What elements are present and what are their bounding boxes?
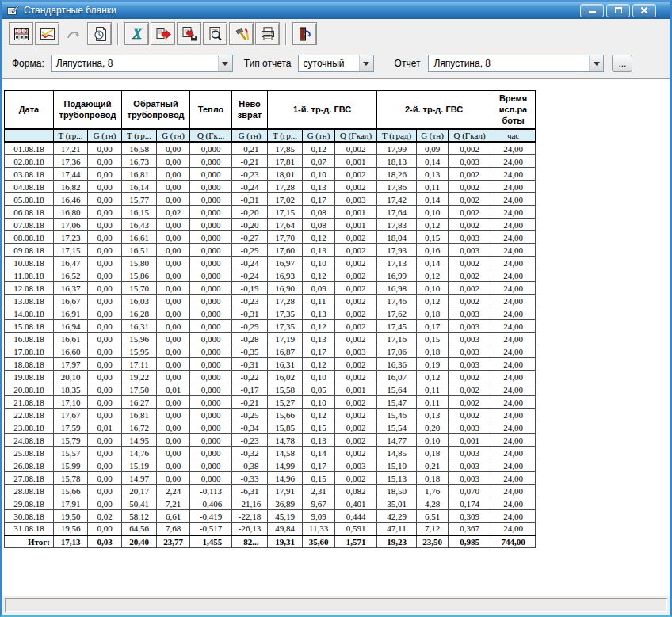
report-table: Дата Подающий трубопровод Обратный трубо… xyxy=(4,90,536,548)
table-row: 29.08.1817,910,0050,417,21-0,406-21,1636… xyxy=(5,497,536,510)
table-row: 03.08.1817,440,0016,810,000,000-0,2318,0… xyxy=(5,168,536,181)
window-title: Стандартные бланки xyxy=(24,5,580,16)
table-row: 30.08.1819,500,0258,126,61-0,419-22,1845… xyxy=(5,510,536,523)
print-button[interactable] xyxy=(255,22,280,45)
col-group-dhw-2: 2-й. тр-д. ГВС xyxy=(377,91,491,129)
table-row: 10.08.1816,470,0015,800,000,000-0,2416,9… xyxy=(5,257,536,269)
svg-text:1: 1 xyxy=(15,28,18,33)
export-save-icon xyxy=(181,25,198,43)
settings-tools-button[interactable] xyxy=(229,22,254,45)
svg-text:X: X xyxy=(131,26,142,42)
table-row: 19.08.1820,100,0019,220,000,000-0,2216,0… xyxy=(5,371,536,383)
status-bar xyxy=(5,598,667,612)
report-numbers-button[interactable]: 1 1 2 xyxy=(9,22,33,45)
table-row: 17.08.1816,600,0015,950,000,000-0,3516,8… xyxy=(5,345,536,358)
table-row: 24.08.1815,790,0014,950,000,000-0,2314,7… xyxy=(5,434,536,447)
form-select[interactable]: Ляпустина, 8 xyxy=(51,55,233,72)
table-row: 20.08.1818,350,0017,500,010,000-0,1715,5… xyxy=(5,383,536,396)
report-label: Отчет xyxy=(395,58,421,69)
form-bar: Форма: Ляпустина, 8 Тип отчета суточный … xyxy=(2,48,670,78)
table-row: 14.08.1816,910,0016,280,000,000-0,3117,3… xyxy=(5,307,536,320)
report-numbers-icon: 1 1 2 xyxy=(13,25,30,43)
exit-icon xyxy=(296,25,314,43)
table-row: 16.08.1816,610,0015,960,000,000-0,2817,1… xyxy=(5,333,536,345)
schedule-doc-button[interactable] xyxy=(87,22,112,45)
col-group-supply-pipe: Подающий трубопровод xyxy=(54,91,122,129)
minimize-button[interactable] xyxy=(580,4,604,17)
svg-text:2: 2 xyxy=(25,28,28,33)
table-row: 23.08.1817,590,0116,720,000,000-0,3415,8… xyxy=(5,421,536,434)
excel-export-button[interactable]: X xyxy=(124,22,149,45)
report-type-label: Тип отчета xyxy=(244,58,292,69)
app-window: Стандартные бланки 1 1 2 xyxy=(0,0,672,617)
excel-icon: X xyxy=(128,25,146,43)
report-select-value: Ляпустина, 8 xyxy=(429,55,589,71)
curve-arrow-icon xyxy=(65,25,82,43)
schedule-doc-icon xyxy=(91,25,109,43)
table-row: 06.08.1816,800,0016,150,020,000-0,2017,1… xyxy=(5,206,536,219)
table-row: 04.08.1816,820,0016,140,000,000-0,2417,2… xyxy=(5,181,536,193)
table-row: 09.08.1817,150,0016,510,000,000-0,2917,6… xyxy=(5,244,536,257)
table-row: 25.08.1815,570,0014,760,000,000-0,3214,5… xyxy=(5,447,536,459)
table-row: 12.08.1816,370,0015,700,000,000-0,1916,9… xyxy=(5,282,536,295)
export-file-button[interactable] xyxy=(151,22,175,45)
table-row: 28.08.1815,660,0020,172,24-0,113-6,3117,… xyxy=(5,485,536,497)
titlebar: Стандартные бланки xyxy=(2,2,670,19)
table-row: 07.08.1817,060,0016,430,000,000-0,2017,6… xyxy=(5,219,536,231)
total-row: Итог:17,130,0320,4023,77-1,455-82...19,3… xyxy=(5,535,536,548)
chart-icon xyxy=(39,25,56,43)
table-row: 02.08.1817,360,0016,730,000,000-0,2117,8… xyxy=(5,155,536,168)
col-group-heat: Тепло xyxy=(190,91,232,129)
group-header-row: Дата Подающий трубопровод Обратный трубо… xyxy=(5,91,536,129)
chevron-down-icon xyxy=(359,55,373,71)
export-save-button[interactable] xyxy=(177,22,201,45)
table-row: 05.08.1816,460,0015,770,000,000-0,3117,0… xyxy=(5,193,536,206)
table-row: 08.08.1817,230,0016,610,000,000-0,2717,7… xyxy=(5,231,536,244)
col-group-return-pipe: Обратный трубопровод xyxy=(122,91,190,129)
maximize-button[interactable] xyxy=(606,4,630,17)
table-row: 18.08.1817,970,0017,110,000,000-0,3116,3… xyxy=(5,358,536,371)
table-row: 13.08.1816,670,0016,030,000,000-0,2317,2… xyxy=(5,295,536,307)
browse-button[interactable]: ... xyxy=(612,55,632,72)
col-group-date: Дата xyxy=(5,91,54,129)
chevron-down-icon xyxy=(218,55,232,71)
table-row: 01.08.1817,210,0016,580,000,000-0,2117,8… xyxy=(5,143,536,155)
total-label: Итог: xyxy=(5,535,54,548)
toolbar-separator xyxy=(117,23,119,45)
export-file-icon xyxy=(155,25,172,43)
close-button[interactable] xyxy=(632,4,656,17)
toolbar-separator xyxy=(285,23,287,45)
report-table-panel: Дата Подающий трубопровод Обратный трубо… xyxy=(2,78,670,596)
form-label: Форма: xyxy=(12,58,44,69)
table-row: 26.08.1815,990,0015,190,000,000-0,3814,9… xyxy=(5,459,536,472)
table-row: 27.08.1815,780,0014,970,000,000-0,3314,9… xyxy=(5,472,536,485)
col-group-nonreturn: Нево зврат xyxy=(232,91,268,129)
report-type-value: суточный xyxy=(299,55,359,71)
chevron-down-icon xyxy=(589,55,603,71)
print-preview-button[interactable] xyxy=(203,22,227,45)
report-type-select[interactable]: суточный xyxy=(298,55,374,72)
col-group-worktime: Время исп.ра боты xyxy=(491,91,536,129)
settings-tools-icon xyxy=(233,25,250,43)
table-row: 21.08.1817,100,0016,270,000,000-0,2115,2… xyxy=(5,396,536,409)
chart-button[interactable] xyxy=(35,22,59,45)
print-icon xyxy=(259,25,277,43)
form-select-value: Ляпустина, 8 xyxy=(52,55,218,71)
col-group-dhw-1: 1-й. тр-д. ГВС xyxy=(268,91,377,129)
table-row: 15.08.1816,940,0016,310,000,000-0,2917,3… xyxy=(5,320,536,333)
table-row: 22.08.1817,670,0016,810,000,000-0,2515,6… xyxy=(5,409,536,421)
report-select[interactable]: Ляпустина, 8 xyxy=(428,55,604,72)
svg-text:1: 1 xyxy=(20,28,23,33)
units-header-row: T (гр... G (тн) T (гр... G (тн) Q (Гк...… xyxy=(5,129,536,143)
table-row: 31.08.1819,560,0064,567,68-0,517-26,1349… xyxy=(5,523,536,535)
table-row: 11.08.1816,520,0015,860,000,000-0,2416,9… xyxy=(5,269,536,282)
toolbar: 1 1 2 xyxy=(2,19,670,48)
table-body: 01.08.1817,210,0016,580,000,000-0,2117,8… xyxy=(5,143,536,548)
app-icon xyxy=(6,4,19,17)
curve-arrow-button[interactable] xyxy=(61,22,86,45)
print-preview-icon xyxy=(207,25,224,43)
exit-button[interactable] xyxy=(292,22,317,45)
